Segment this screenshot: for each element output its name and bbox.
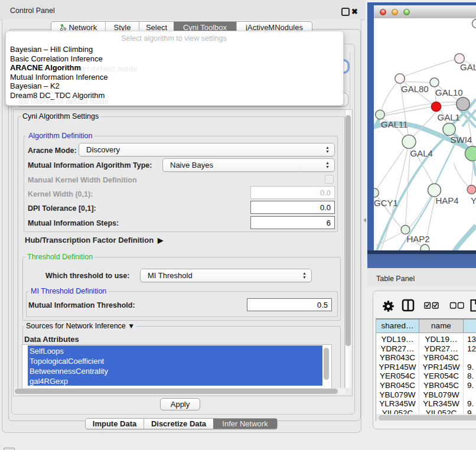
svg-text:GAL11: GAL11 — [381, 119, 408, 129]
svg-text:SWI4: SWI4 — [451, 135, 472, 145]
svg-text:GAL: GAL — [460, 62, 476, 72]
svg-text:Y: Y — [471, 195, 476, 206]
svg-text:GAL80: GAL80 — [401, 84, 429, 94]
svg-text:GCY1: GCY1 — [374, 198, 398, 208]
svg-text:GAL4: GAL4 — [410, 148, 433, 158]
svg-text:HAP2: HAP2 — [407, 234, 430, 244]
svg-text:HAP4: HAP4 — [436, 195, 459, 206]
svg-text:GAL10: GAL10 — [435, 87, 463, 97]
svg-text:GAL1: GAL1 — [438, 112, 460, 122]
